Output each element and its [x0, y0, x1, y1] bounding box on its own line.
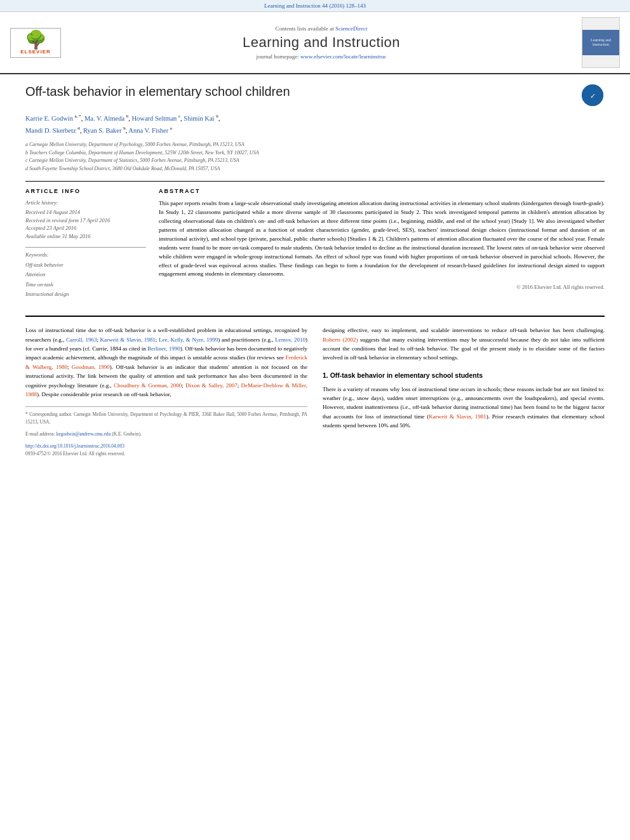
info-divider	[25, 247, 146, 248]
keyword-4: Instructional design	[25, 290, 146, 299]
keyword-3: Time on-task	[25, 280, 146, 290]
footnote-area: * Corresponding author. Carnegie Mellon …	[25, 406, 307, 437]
footnote-email: E-mail address: kegodwin@andrew.cmu.edu …	[25, 430, 307, 437]
elsevier-brand-text: ELSEVIER	[13, 49, 58, 55]
email-link[interactable]: kegodwin@andrew.cmu.edu	[57, 431, 111, 437]
copyright-line: © 2016 Elsevier Ltd. All rights reserved…	[159, 284, 605, 290]
journal-thumbnail: Learning and Instruction	[582, 17, 620, 68]
journal-name-heading: Learning and Instruction	[67, 34, 575, 51]
author-baker[interactable]: Ryan S. Baker	[83, 127, 122, 134]
elsevier-tree-icon: 🌳	[13, 31, 58, 49]
journal-reference-text: Learning and Instruction 44 (2016) 128–1…	[264, 3, 366, 9]
main-content-area: Off-task behavior in elementary school c…	[0, 74, 630, 468]
article-history-block: Article history: Received 14 August 2014…	[25, 199, 146, 241]
ref-lee[interactable]: Lee, Kelly, & Nyre, 1999	[159, 337, 218, 343]
journal-homepage-link[interactable]: www.elsevier.com/locate/learninstruc	[300, 53, 386, 60]
body-section: Loss of instructional time due to off-ta…	[25, 316, 605, 458]
keyword-1: Off-task behavior	[25, 260, 146, 270]
footnote-corresponding-author: * Corresponding author. Carnegie Mellon …	[25, 411, 307, 425]
abstract-heading: ABSTRACT	[159, 188, 605, 194]
author-seltman[interactable]: Howard Seltman	[132, 115, 177, 122]
abstract-text: This paper reports results from a large-…	[159, 199, 605, 279]
received-date: Received 14 August 2014	[25, 208, 146, 217]
article-info-heading: ARTICLE INFO	[25, 188, 146, 194]
contents-label: Contents lists available at	[276, 25, 335, 32]
thumb-label: Learning and Instruction	[582, 38, 619, 47]
ref-karweit[interactable]: Karweit & Slavin, 1981	[100, 337, 156, 343]
journal-header-center: Contents lists available at ScienceDirec…	[67, 25, 575, 60]
author-almeda[interactable]: Ma. V. Almeda	[84, 115, 124, 122]
journal-header: 🌳 ELSEVIER Contents lists available at S…	[0, 12, 630, 74]
keywords-label: Keywords:	[25, 251, 146, 258]
article-info-abstract-section: ARTICLE INFO Article history: Received 1…	[25, 181, 605, 305]
elsevier-logo: 🌳 ELSEVIER	[10, 28, 61, 58]
authors-line: Karrie E. Godwin a, *, Ma. V. Almeda b, …	[25, 112, 605, 137]
author-godwin[interactable]: Karrie E. Godwin	[25, 115, 73, 122]
ref-carroll[interactable]: Carroll, 1963	[66, 337, 97, 343]
issn-line: 0959-4752/© 2016 Elsevier Ltd. All right…	[25, 450, 307, 458]
email-attribution: (K.E. Godwin).	[112, 431, 142, 437]
affiliation-a: a Carnegie Mellon University, Department…	[25, 141, 605, 149]
abstract-column: ABSTRACT This paper reports results from…	[159, 188, 605, 305]
body-left-column: Loss of instructional time due to off-ta…	[25, 326, 307, 458]
body-para-1: Loss of instructional time due to off-ta…	[25, 326, 307, 399]
section-1-heading: 1. Off-task behavior in elementary schoo…	[323, 370, 605, 381]
homepage-label: journal homepage:	[257, 53, 300, 60]
email-label: E-mail address:	[25, 431, 57, 437]
body-right-para-1: designing effective, easy to implement, …	[323, 326, 605, 363]
journal-homepage-line: journal homepage: www.elsevier.com/locat…	[67, 53, 575, 60]
author-skerbetz[interactable]: Mandi D. Skerbetz	[25, 127, 76, 134]
accepted-date: Accepted 23 April 2016	[25, 224, 146, 232]
ref-choudhury[interactable]: Choudhury & Gorman, 2000	[114, 382, 182, 389]
sciencedirect-line: Contents lists available at ScienceDirec…	[67, 25, 575, 32]
ref-goodman[interactable]: Goodman, 1990	[72, 364, 110, 370]
ref-frederick[interactable]: Frederick & Walberg, 1980	[25, 354, 307, 370]
crossmark-badge[interactable]: ✓	[582, 84, 605, 107]
doi-line[interactable]: http://dx.doi.org/10.1016/j.learninstruc…	[25, 443, 307, 450]
history-label: Article history:	[25, 199, 146, 206]
article-title-section: Off-task behavior in elementary school c…	[25, 84, 605, 107]
affiliation-b: b Teachers College Columbia, Department …	[25, 149, 605, 157]
keyword-list: Off-task behavior Attention Time on-task…	[25, 260, 146, 299]
svg-text:✓: ✓	[590, 92, 596, 100]
journal-reference-bar: Learning and Instruction 44 (2016) 128–1…	[0, 0, 630, 12]
ref-roberts[interactable]: Roberts (2002)	[323, 337, 358, 343]
affiliation-d: d South Fayette Township School District…	[25, 165, 605, 173]
received-revised-date: Received in revised form 17 April 2016	[25, 217, 146, 225]
section-1-para: There is a variety of reasons why loss o…	[323, 385, 605, 430]
affiliations-block: a Carnegie Mellon University, Department…	[25, 141, 605, 173]
affiliation-c: c Carnegie Mellon University, Department…	[25, 157, 605, 165]
ref-berliner[interactable]: Berliner, 1990	[147, 345, 180, 352]
ref-dixon[interactable]: Dixon & Salley, 2007	[185, 382, 238, 389]
crossmark-icon: ✓	[582, 84, 603, 106]
body-right-column: designing effective, easy to implement, …	[323, 326, 605, 458]
article-info-column: ARTICLE INFO Article history: Received 1…	[25, 188, 146, 305]
keyword-2: Attention	[25, 270, 146, 279]
article-title: Off-task behavior in elementary school c…	[25, 84, 575, 99]
ref-lemov[interactable]: Lemov, 2010	[275, 337, 305, 343]
author-kai[interactable]: Shimin Kai	[184, 115, 214, 122]
sciencedirect-link[interactable]: ScienceDirect	[335, 25, 367, 32]
author-fisher[interactable]: Anna V. Fisher	[128, 127, 168, 134]
available-online-date: Available online 31 May 2016	[25, 232, 146, 241]
ref-karweit-slavin[interactable]: Karweit & Slavin, 1981	[429, 413, 486, 420]
keywords-block: Keywords: Off-task behavior Attention Ti…	[25, 251, 146, 299]
